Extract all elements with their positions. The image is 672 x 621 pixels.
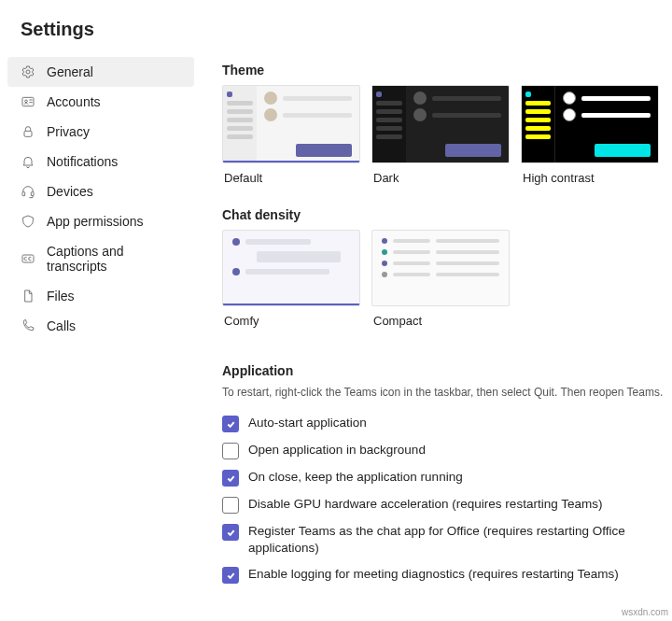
bell-icon bbox=[21, 154, 35, 169]
option-label: Open application in background bbox=[248, 442, 426, 459]
sidebar-item-devices[interactable]: Devices bbox=[7, 176, 194, 206]
theme-option-label: High contrast bbox=[523, 171, 659, 185]
sidebar-item-calls[interactable]: Calls bbox=[7, 311, 194, 341]
sidebar-item-label: Accounts bbox=[47, 94, 101, 109]
sidebar-item-label: Notifications bbox=[47, 154, 118, 169]
phone-icon bbox=[21, 318, 35, 333]
sidebar-item-captions[interactable]: Captions and transcripts bbox=[7, 236, 194, 281]
density-heading: Chat density bbox=[222, 207, 668, 222]
option-open-bg: Open application in background bbox=[222, 437, 668, 464]
option-label: Register Teams as the chat app for Offic… bbox=[248, 523, 668, 557]
checkbox-register-chat[interactable] bbox=[222, 524, 239, 541]
option-label: Disable GPU hardware acceleration (requi… bbox=[248, 496, 602, 513]
sidebar-item-privacy[interactable]: Privacy bbox=[7, 117, 194, 147]
shield-icon bbox=[21, 214, 35, 229]
option-disable-gpu: Disable GPU hardware acceleration (requi… bbox=[222, 491, 668, 518]
sidebar-item-files[interactable]: Files bbox=[7, 281, 194, 311]
gear-icon bbox=[21, 64, 35, 79]
lock-icon bbox=[21, 124, 35, 139]
sidebar-item-notifications[interactable]: Notifications bbox=[7, 147, 194, 176]
option-label: Enable logging for meeting diagnostics (… bbox=[248, 566, 619, 583]
sidebar-item-accounts[interactable]: Accounts bbox=[7, 87, 194, 117]
theme-option-label: Default bbox=[224, 171, 360, 185]
cc-icon bbox=[21, 251, 35, 266]
sidebar-item-label: Captions and transcripts bbox=[47, 244, 181, 274]
svg-point-0 bbox=[26, 70, 30, 74]
svg-rect-1 bbox=[22, 97, 34, 106]
application-note: To restart, right-click the Teams icon i… bbox=[222, 386, 668, 399]
option-label: Auto-start application bbox=[248, 415, 367, 431]
watermark: wsxdn.com bbox=[622, 607, 668, 617]
checkbox-disable-gpu[interactable] bbox=[222, 497, 239, 514]
sidebar-item-label: General bbox=[47, 64, 93, 79]
sidebar-item-general[interactable]: General bbox=[7, 57, 194, 87]
option-auto-start: Auto-start application bbox=[222, 410, 668, 437]
application-heading: Application bbox=[222, 363, 668, 378]
sidebar: General Accounts Privacy Notifications D… bbox=[0, 57, 202, 588]
sidebar-item-label: Privacy bbox=[47, 124, 90, 139]
option-label: On close, keep the application running bbox=[248, 469, 463, 486]
id-card-icon bbox=[21, 94, 35, 109]
sidebar-item-label: Calls bbox=[47, 318, 76, 333]
option-register-chat: Register Teams as the chat app for Offic… bbox=[222, 518, 668, 561]
svg-rect-3 bbox=[24, 131, 32, 136]
option-enable-logging: Enable logging for meeting diagnostics (… bbox=[222, 561, 668, 588]
checkbox-auto-start[interactable] bbox=[222, 416, 239, 432]
svg-rect-4 bbox=[22, 192, 25, 196]
theme-option-default[interactable] bbox=[222, 85, 360, 163]
density-option-label: Comfy bbox=[224, 314, 360, 328]
file-icon bbox=[21, 289, 35, 303]
theme-heading: Theme bbox=[222, 63, 668, 78]
option-on-close: On close, keep the application running bbox=[222, 464, 668, 491]
checkbox-on-close[interactable] bbox=[222, 470, 239, 487]
page-title: Settings bbox=[0, 0, 672, 40]
sidebar-item-label: Devices bbox=[47, 184, 93, 199]
checkbox-open-bg[interactable] bbox=[222, 443, 239, 459]
density-option-comfy[interactable] bbox=[222, 230, 360, 306]
svg-rect-5 bbox=[31, 192, 34, 196]
sidebar-item-label: App permissions bbox=[47, 214, 144, 229]
theme-option-dark[interactable] bbox=[371, 85, 510, 163]
svg-point-2 bbox=[25, 100, 28, 103]
sidebar-item-app-permissions[interactable]: App permissions bbox=[7, 206, 194, 236]
theme-option-high-contrast[interactable] bbox=[521, 85, 659, 163]
checkbox-enable-logging[interactable] bbox=[222, 567, 239, 584]
sidebar-item-label: Files bbox=[47, 289, 75, 303]
density-option-compact[interactable] bbox=[371, 230, 510, 306]
headset-icon bbox=[21, 184, 35, 199]
density-option-label: Compact bbox=[373, 314, 510, 328]
theme-option-label: Dark bbox=[373, 171, 510, 185]
